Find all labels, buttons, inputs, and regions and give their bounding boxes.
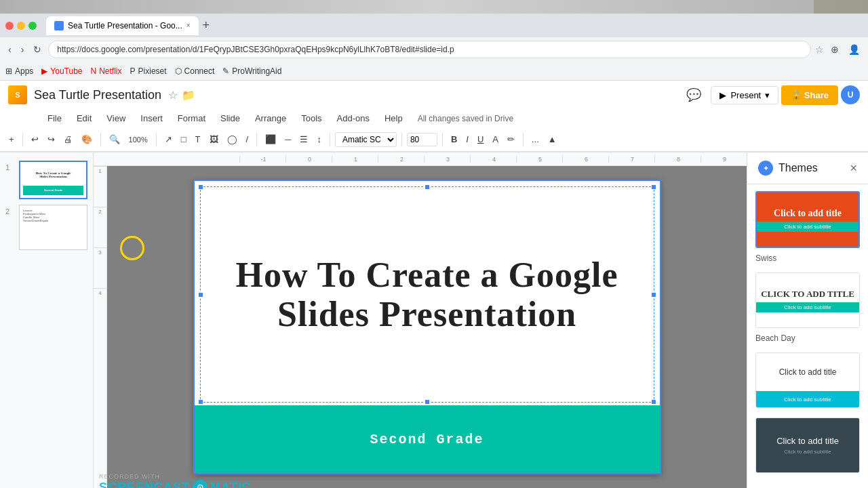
- user-avatar[interactable]: U: [841, 85, 860, 104]
- title-icons: ☆ 📁: [168, 89, 195, 102]
- menu-file[interactable]: File: [41, 110, 68, 126]
- share-btn[interactable]: 🔒 Share: [781, 85, 838, 105]
- refresh-btn[interactable]: ↻: [31, 41, 44, 58]
- close-window-btn[interactable]: [5, 22, 14, 30]
- print-btn[interactable]: 🖨: [60, 132, 76, 146]
- menu-slide[interactable]: Slide: [214, 110, 247, 126]
- new-tab-btn[interactable]: +: [199, 18, 214, 33]
- folder-icon[interactable]: 📁: [182, 89, 195, 102]
- menu-edit[interactable]: Edit: [70, 110, 98, 126]
- bookmark-apps[interactable]: ⊞ Apps: [5, 66, 33, 76]
- bookmark-pixieset[interactable]: P Pixieset: [130, 66, 167, 76]
- underline-btn[interactable]: U: [474, 132, 487, 146]
- profile-btn[interactable]: 👤: [846, 41, 863, 58]
- handle-tc[interactable]: [425, 184, 430, 190]
- watermark-circle: ⊙: [193, 480, 208, 488]
- comments-btn[interactable]: 💬: [684, 85, 704, 105]
- bg-color-btn[interactable]: ⬛: [262, 132, 279, 146]
- vertical-ruler: 1 2 3 4: [94, 166, 107, 488]
- highlight-btn[interactable]: ✏: [504, 132, 518, 146]
- handle-bc[interactable]: [425, 399, 430, 405]
- text-tool[interactable]: T: [192, 132, 204, 146]
- theme-card-swiss[interactable]: Click to add title Click to add subtitle: [755, 272, 860, 328]
- present-btn[interactable]: ▶ Present ▾: [711, 86, 778, 104]
- line-tool[interactable]: /: [243, 132, 252, 146]
- bookmark-netflix[interactable]: N Netflix: [91, 66, 122, 76]
- bookmark-btn[interactable]: ☆: [815, 44, 824, 55]
- vruler-marks: 1 2 3 4: [94, 166, 106, 329]
- menu-addons[interactable]: Add-ons: [330, 110, 376, 126]
- handle-bl[interactable]: [198, 399, 203, 405]
- address-bar[interactable]: https://docs.google.com/presentation/d/1…: [48, 41, 811, 58]
- slide-thumb-1[interactable]: How To Create a GoogleSlides Presentatio…: [19, 161, 87, 199]
- slide-title-box[interactable]: How To Create a GoogleSlides Presentatio…: [200, 186, 654, 403]
- slide-subtitle-bar[interactable]: Second Grade: [195, 405, 660, 473]
- shape-tool[interactable]: ◯: [224, 132, 241, 146]
- zoom-percent[interactable]: 100%: [125, 134, 151, 146]
- menu-view[interactable]: View: [100, 110, 132, 126]
- zoom-btn[interactable]: 🔍: [106, 132, 123, 146]
- horizontal-ruler: -1 0 1 2 3 4 5 6 7 8 9: [94, 152, 747, 166]
- select-tool[interactable]: □: [178, 132, 190, 146]
- handle-ml[interactable]: [198, 292, 203, 298]
- handle-br[interactable]: [651, 399, 656, 405]
- tab-close-btn[interactable]: ×: [186, 22, 191, 29]
- present-dropdown-icon[interactable]: ▾: [765, 90, 770, 100]
- maximize-window-btn[interactable]: [28, 22, 37, 30]
- star-icon[interactable]: ☆: [168, 89, 178, 102]
- theme-beach-title: Click to add title: [779, 367, 837, 377]
- slide-thumb-2[interactable]: Lesson: Kindergarten Wins Camille Slims …: [19, 205, 87, 250]
- paint-btn[interactable]: 🎨: [78, 132, 96, 146]
- themes-close-btn[interactable]: ×: [850, 161, 857, 176]
- align-btn[interactable]: ☰: [296, 132, 311, 146]
- line-style-btn[interactable]: ─: [281, 132, 294, 146]
- menu-arrange[interactable]: Arrange: [248, 110, 293, 126]
- slide-main[interactable]: How To Create a GoogleSlides Presentatio…: [193, 180, 661, 474]
- menu-insert[interactable]: Insert: [134, 110, 170, 126]
- bold-btn[interactable]: B: [448, 132, 460, 146]
- menu-format[interactable]: Format: [171, 110, 212, 126]
- handle-mr[interactable]: [651, 292, 656, 298]
- extensions-btn[interactable]: ⊕: [828, 41, 842, 58]
- spacing-btn[interactable]: ↕: [313, 132, 325, 146]
- redo-btn[interactable]: ↪: [44, 132, 58, 146]
- theme-beach-preview: Click to add title Click to add subtitle: [756, 353, 859, 407]
- font-selector[interactable]: Amatic SC: [335, 132, 397, 147]
- add-btn[interactable]: +: [5, 132, 18, 146]
- theme-card-beach[interactable]: Click to add title Click to add subtitle: [755, 352, 860, 408]
- theme-card-orange[interactable]: Click to add title Click to add subtitle: [755, 191, 860, 248]
- italic-btn[interactable]: I: [462, 132, 472, 146]
- menu-tools[interactable]: Tools: [294, 110, 328, 126]
- bookmark-connect[interactable]: ⬡ Connect: [175, 66, 215, 76]
- slide-item-1[interactable]: 1 How To Create a GoogleSlides Presentat…: [0, 158, 93, 202]
- handle-tl[interactable]: [198, 184, 203, 190]
- slides-panel: 1 How To Create a GoogleSlides Presentat…: [0, 152, 94, 488]
- menu-help[interactable]: Help: [378, 110, 410, 126]
- back-btn[interactable]: ‹: [5, 41, 14, 58]
- cursor-indicator: [120, 236, 144, 260]
- cursor-tool[interactable]: ↗: [161, 132, 176, 146]
- theme-card-dark[interactable]: Click to add title Click to add subtitle: [755, 418, 860, 473]
- ruler-marks: -1 0 1 2 3 4 5 6 7 8 9: [239, 156, 747, 163]
- canvas-area: 1 2 3 4: [94, 166, 747, 488]
- more-btn[interactable]: ...: [528, 132, 542, 146]
- bookmark-prowritingaid[interactable]: ✎ ProWritingAid: [222, 66, 281, 76]
- collapse-btn[interactable]: ▲: [545, 132, 560, 146]
- separator-5: [330, 133, 330, 146]
- themes-icon: ✦: [758, 161, 773, 176]
- handle-tr[interactable]: [651, 184, 656, 190]
- text-color-btn[interactable]: A: [489, 132, 502, 146]
- url-text: https://docs.google.com/presentation/d/1…: [57, 45, 454, 54]
- minimize-window-btn[interactable]: [17, 22, 25, 30]
- image-tool[interactable]: 🖼: [206, 132, 222, 146]
- font-size-input[interactable]: [407, 133, 437, 146]
- bookmark-youtube[interactable]: ▶ YouTube: [41, 66, 82, 76]
- theme-beach-bar: Click to add subtitle: [756, 391, 859, 407]
- presentation-title[interactable]: Sea Turtle Presentation: [34, 88, 161, 102]
- theme-dark-sub: Click to add subtitle: [784, 449, 831, 455]
- active-tab[interactable]: Sea Turtle Presentation - Goo... ×: [46, 16, 199, 35]
- slide-thumb-title-1: How To Create a GoogleSlides Presentatio…: [23, 165, 83, 186]
- forward-btn[interactable]: ›: [18, 41, 27, 58]
- undo-btn[interactable]: ↩: [28, 132, 42, 146]
- slide-item-2[interactable]: 2 Lesson: Kindergarten Wins Camille Slim…: [0, 202, 93, 253]
